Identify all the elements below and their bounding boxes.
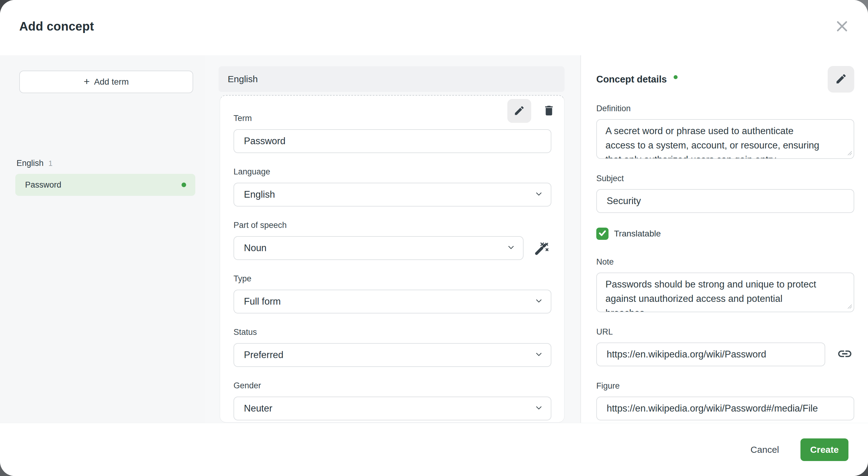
magic-wand-icon[interactable]	[534, 241, 549, 256]
add-term-button[interactable]: + Add term	[19, 71, 193, 93]
textarea-line: access to a system, account, or resource…	[606, 138, 845, 153]
part-of-speech-value: Noun	[244, 243, 267, 254]
concept-status-dot	[674, 75, 678, 79]
term-card-actions	[507, 99, 557, 123]
part-of-speech-field-group: Part of speech Noun	[234, 220, 551, 260]
textarea-line: that only authorized users can gain entr…	[606, 153, 845, 159]
translatable-row[interactable]: Translatable	[596, 228, 854, 240]
cancel-button[interactable]: Cancel	[749, 442, 781, 458]
url-group: URL	[596, 327, 854, 366]
term-editor-column: English Term	[205, 55, 581, 423]
textarea-line: A secret word or phrase used to authenti…	[606, 124, 845, 138]
concept-details-header: Concept details	[596, 66, 854, 93]
definition-label: Definition	[596, 103, 854, 114]
terms-sidebar: + Add term English 1 Password	[0, 55, 205, 423]
gender-select-value: Neuter	[244, 403, 272, 414]
url-input[interactable]	[596, 343, 825, 366]
subject-label: Subject	[596, 173, 854, 184]
create-button[interactable]: Create	[801, 438, 848, 461]
language-select[interactable]: English	[234, 183, 551, 207]
language-field-label: Language	[234, 167, 551, 177]
pencil-icon	[514, 105, 525, 117]
part-of-speech-label: Part of speech	[234, 220, 551, 230]
checkmark-icon	[598, 228, 607, 239]
chevron-down-icon	[534, 296, 544, 307]
gender-field-label: Gender	[234, 381, 551, 390]
edit-concept-button[interactable]	[828, 66, 854, 93]
link-icon	[837, 346, 853, 363]
type-select[interactable]: Full form	[234, 290, 551, 314]
chevron-down-icon	[534, 403, 544, 414]
dialog-footer: Cancel Create	[0, 423, 868, 476]
language-group-header: English 1	[17, 159, 53, 168]
term-item-label: Password	[25, 180, 61, 190]
term-input[interactable]	[234, 129, 551, 153]
edit-term-button[interactable]	[507, 99, 531, 123]
language-field-group: Language English	[234, 167, 551, 207]
textarea-line: Passwords should be strong and unique to…	[606, 277, 845, 291]
language-group-count: 1	[49, 159, 53, 168]
close-icon	[835, 30, 849, 34]
figure-group: Figure	[596, 381, 854, 420]
textarea-line: breaches.	[606, 306, 845, 312]
status-field-label: Status	[234, 327, 551, 337]
delete-term-button[interactable]	[540, 99, 557, 123]
concept-details-panel: Concept details Definition A secret word…	[581, 55, 868, 423]
dialog-header: Add concept	[0, 0, 868, 55]
chevron-down-icon	[534, 350, 544, 360]
definition-textarea[interactable]: A secret word or phrase used to authenti…	[596, 119, 854, 159]
term-field-label: Term	[234, 113, 551, 123]
url-label: URL	[596, 327, 854, 337]
type-field-group: Type Full form	[234, 274, 551, 314]
type-field-label: Type	[234, 274, 551, 284]
add-term-label: Add term	[94, 77, 129, 87]
note-textarea[interactable]: Passwords should be strong and unique to…	[596, 273, 854, 312]
figure-input[interactable]	[596, 396, 854, 420]
status-select[interactable]: Preferred	[234, 343, 551, 367]
add-concept-dialog: Add concept + Add term English 1 Passwor…	[0, 0, 868, 476]
term-list-item-password[interactable]: Password	[15, 174, 195, 196]
resize-grip-icon[interactable]	[847, 304, 852, 310]
definition-group: Definition A secret word or phrase used …	[596, 103, 854, 159]
open-link-button[interactable]	[837, 346, 853, 363]
chevron-down-icon	[506, 243, 516, 253]
language-group-name: English	[17, 159, 44, 168]
language-select-value: English	[244, 189, 275, 200]
language-section-header: English	[219, 66, 564, 92]
textarea-line: against unauthorized access and potentia…	[606, 291, 845, 306]
language-section-title: English	[228, 74, 258, 84]
dialog-title: Add concept	[19, 20, 94, 33]
term-field-group: Term	[234, 113, 551, 153]
pencil-icon	[835, 73, 847, 86]
resize-grip-icon[interactable]	[847, 150, 852, 157]
term-card: Term Language English Part of speech	[220, 95, 564, 422]
gender-field-group: Gender Neuter	[234, 381, 551, 420]
subject-group: Subject	[596, 173, 854, 213]
concept-details-title: Concept details	[596, 74, 667, 85]
plus-icon: +	[84, 76, 90, 87]
chevron-down-icon	[534, 189, 544, 200]
subject-input[interactable]	[596, 189, 854, 213]
translatable-label: Translatable	[614, 229, 661, 239]
note-group: Note Passwords should be strong and uniq…	[596, 257, 854, 312]
dialog-body: + Add term English 1 Password English	[0, 55, 868, 423]
term-status-dot	[182, 183, 186, 187]
close-button[interactable]	[833, 18, 851, 35]
figure-label: Figure	[596, 381, 854, 391]
type-select-value: Full form	[244, 296, 281, 307]
status-select-value: Preferred	[244, 350, 283, 360]
part-of-speech-select[interactable]: Noun	[234, 236, 524, 260]
note-label: Note	[596, 257, 854, 267]
status-field-group: Status Preferred	[234, 327, 551, 367]
trash-icon	[542, 104, 555, 118]
gender-select[interactable]: Neuter	[234, 396, 551, 420]
translatable-checkbox[interactable]	[596, 228, 609, 240]
